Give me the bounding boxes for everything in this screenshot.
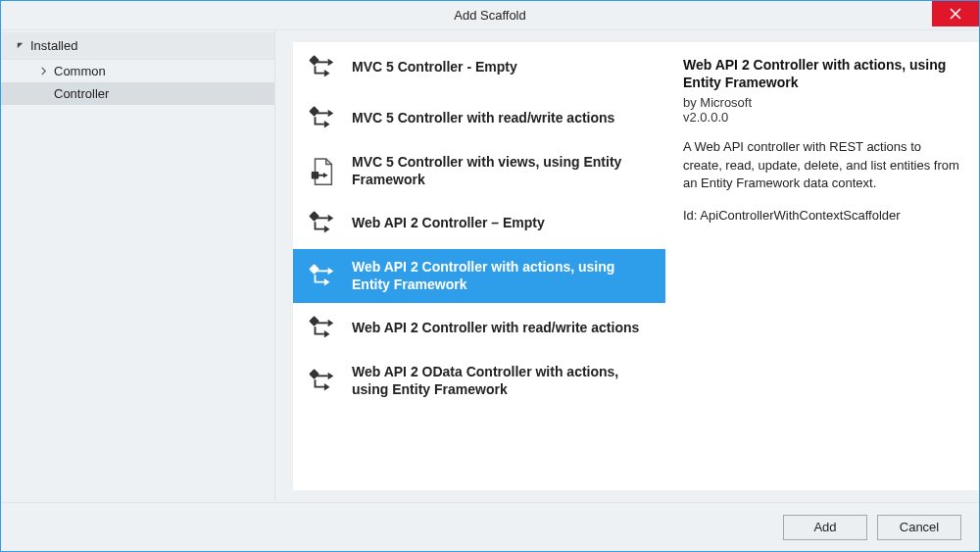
scaffold-item-label: MVC 5 Controller with views, using Entit… (352, 154, 654, 188)
collapse-icon (15, 41, 24, 51)
close-icon (950, 8, 961, 20)
svg-marker-4 (328, 110, 334, 118)
scaffold-item[interactable]: MVC 5 Controller - Empty (293, 42, 665, 93)
svg-marker-5 (324, 121, 330, 128)
detail-panel: Web API 2 Controller with actions, using… (665, 42, 979, 490)
svg-marker-13 (324, 277, 330, 285)
scaffold-item[interactable]: Web API 2 Controller – Empty (293, 198, 665, 249)
content-area: Installed Common Controller MVC 5 Contro… (1, 30, 979, 502)
tree-item-controller[interactable]: Controller (1, 82, 274, 105)
tree-item-label: Controller (54, 86, 109, 101)
svg-marker-10 (324, 226, 330, 233)
controller-icon (307, 261, 338, 292)
scaffold-item[interactable]: MVC 5 Controller with read/write actions (293, 93, 665, 144)
scaffold-item-label: Web API 2 Controller with actions, using… (352, 259, 654, 293)
scaffold-item-label: Web API 2 Controller with read/write act… (352, 320, 639, 337)
svg-rect-0 (309, 55, 319, 66)
controller-icon (307, 156, 338, 187)
svg-rect-14 (309, 316, 319, 326)
scaffold-item[interactable]: MVC 5 Controller with views, using Entit… (293, 144, 665, 198)
svg-marker-1 (328, 59, 334, 67)
scaffold-list: MVC 5 Controller - Empty MVC 5 Controlle… (293, 42, 665, 490)
controller-icon (307, 208, 338, 239)
tree-section-label: Installed (30, 38, 77, 53)
svg-rect-17 (309, 369, 319, 379)
controller-icon (307, 366, 338, 397)
detail-title: Web API 2 Controller with actions, using… (683, 56, 961, 91)
tree-item-common[interactable]: Common (1, 60, 274, 82)
svg-marker-12 (328, 267, 334, 275)
svg-marker-16 (324, 330, 330, 338)
scaffold-item-label: Web API 2 Controller – Empty (352, 215, 545, 232)
svg-marker-2 (324, 70, 330, 77)
svg-marker-15 (328, 320, 334, 327)
svg-rect-8 (309, 211, 319, 222)
window-title: Add Scaffold (1, 8, 979, 23)
scaffold-item-label: MVC 5 Controller with read/write actions (352, 110, 614, 127)
detail-id: Id: ApiControllerWithContextScaffolder (683, 208, 961, 223)
dialog-footer: Add Cancel (1, 502, 979, 551)
add-button[interactable]: Add (783, 515, 867, 540)
detail-publisher: by Microsoft (683, 95, 961, 110)
controller-icon (307, 313, 338, 344)
scaffold-item[interactable]: Web API 2 Controller with actions, using… (293, 249, 665, 303)
svg-marker-19 (324, 382, 330, 390)
scaffold-item[interactable]: Web API 2 OData Controller with actions,… (293, 354, 665, 408)
controller-icon (307, 52, 338, 83)
controller-icon (307, 103, 338, 134)
cancel-button[interactable]: Cancel (877, 515, 961, 540)
svg-marker-18 (328, 372, 334, 379)
svg-rect-6 (312, 172, 319, 179)
expand-icon (38, 67, 48, 76)
svg-rect-3 (309, 106, 319, 117)
sidebar: Installed Common Controller (1, 30, 275, 502)
detail-version: v2.0.0.0 (683, 110, 961, 125)
main-panel: MVC 5 Controller - Empty MVC 5 Controlle… (275, 30, 979, 502)
scaffold-item-label: Web API 2 OData Controller with actions,… (352, 364, 654, 398)
scaffold-item-label: MVC 5 Controller - Empty (352, 59, 517, 76)
title-bar: Add Scaffold (1, 1, 979, 30)
scaffold-item[interactable]: Web API 2 Controller with read/write act… (293, 303, 665, 354)
svg-marker-9 (328, 215, 334, 223)
close-button[interactable] (932, 1, 979, 26)
svg-rect-11 (309, 264, 319, 275)
tree-item-label: Common (54, 64, 106, 78)
tree-section-installed[interactable]: Installed (1, 32, 274, 60)
detail-description: A Web API controller with REST actions t… (683, 138, 961, 192)
